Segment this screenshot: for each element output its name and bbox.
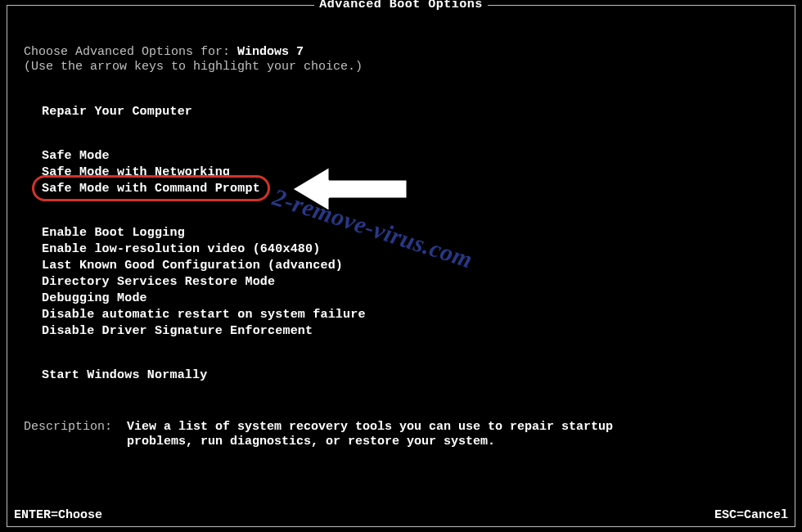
group-separator [42,120,778,148]
footer-enter: ENTER=Choose [14,508,102,523]
group-separator [42,340,778,367]
choose-prefix: Choose Advanced Options for: [24,45,237,59]
arrow-key-hint: (Use the arrow keys to highlight your ch… [24,60,778,74]
boot-option[interactable]: Enable Boot Logging [42,225,185,241]
footer-esc: ESC=Cancel [714,508,788,523]
boot-option[interactable]: Safe Mode with Command Prompt [42,181,260,197]
description-block: Description: View a list of system recov… [24,420,778,449]
boot-option[interactable]: Disable automatic restart on system fail… [42,307,366,323]
boot-options-frame: Advanced Boot Options Choose Advanced Op… [7,5,795,527]
boot-option[interactable]: Start Windows Normally [42,367,207,384]
options-list[interactable]: Repair Your ComputerSafe ModeSafe Mode w… [42,104,778,384]
boot-option[interactable]: Last Known Good Configuration (advanced) [42,258,343,274]
body-area: Choose Advanced Options for: Windows 7 (… [24,45,778,449]
os-name: Windows 7 [237,45,304,59]
description-text: View a list of system recovery tools you… [127,420,651,449]
description-label: Description: [24,420,127,449]
title-bar: Advanced Boot Options [7,0,795,12]
boot-option[interactable]: Enable low-resolution video (640x480) [42,241,320,258]
boot-option[interactable]: Safe Mode [42,148,110,165]
choose-line: Choose Advanced Options for: Windows 7 [24,45,778,60]
boot-option[interactable]: Debugging Mode [42,291,147,307]
boot-option[interactable]: Safe Mode with Networking [42,165,230,181]
boot-option[interactable]: Directory Services Restore Mode [42,274,275,291]
footer-bar: ENTER=Choose ESC=Cancel [14,508,788,523]
page-title: Advanced Boot Options [314,0,488,11]
boot-option[interactable]: Repair Your Computer [42,104,192,120]
group-separator [42,197,778,225]
boot-option[interactable]: Disable Driver Signature Enforcement [42,323,313,340]
